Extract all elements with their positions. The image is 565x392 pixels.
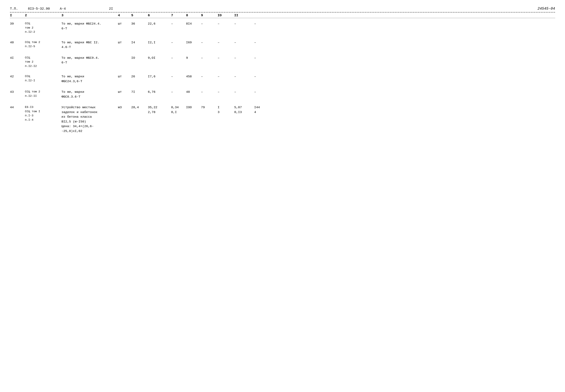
col-header-4: 4 xyxy=(118,14,131,17)
row-qty: 7I xyxy=(131,90,148,94)
table-row: 40 ССЦ том 2 п.I2-5 То же, марки ФБС I2.… xyxy=(10,40,555,50)
row-desc: То же, марки ФБС24.4. 6-Т xyxy=(61,21,118,31)
row-price: I2,I xyxy=(148,40,171,45)
row-col7: – xyxy=(171,40,186,45)
row-price: 9,OI xyxy=(148,56,171,60)
col-header-11: II xyxy=(234,14,254,17)
rows-container: 39 ССЦ том 2 п.I2-2 То же, марки ФБС24.4… xyxy=(10,21,555,133)
row-col9: – xyxy=(201,56,218,60)
row-num: 44 xyxy=(10,105,25,110)
row-unit: шт xyxy=(118,90,131,94)
row-num: 42 xyxy=(10,74,25,79)
row-num: 4I xyxy=(10,56,25,60)
row-unit: шт xyxy=(118,74,131,79)
row-ref: ССЦ том 2 п.I2-II xyxy=(25,90,61,98)
row-num: 39 xyxy=(10,21,25,26)
row-ref: ССЦ том 2 п.I2-2 xyxy=(25,21,61,34)
row-ref: ССЦ п.I2-I xyxy=(25,74,61,83)
row-col9: 79 xyxy=(201,105,218,110)
row-col11: – xyxy=(234,40,254,45)
row-col12: – xyxy=(254,56,268,60)
row-col8: IOO xyxy=(186,105,201,110)
row-price: I7,6 xyxy=(148,74,171,79)
tp-label: Т.П. xyxy=(10,7,18,11)
row-desc: То же, марки ФБС I2. 4.6-Т xyxy=(61,40,118,50)
table-row: 44 Е6-I3 ССЦ том I п.I-3 п.I-4 Устройств… xyxy=(10,105,555,133)
row-col10: – xyxy=(218,56,234,60)
row-ref: ССЦ том 2 п.I2-5 xyxy=(25,40,61,49)
row-desc: То же, марки ФБС8.3.6-Т xyxy=(61,90,118,99)
row-desc: То же, марки ФБС24.3,6-Т xyxy=(61,74,118,84)
col-header-6: 6 xyxy=(148,14,171,17)
row-col9: – xyxy=(201,90,218,94)
row-col11: – xyxy=(234,90,254,94)
row-qty: I4 xyxy=(131,40,148,45)
row-col9: – xyxy=(201,74,218,79)
row-ref: ССЦ том 2 п.I2-I2 xyxy=(25,56,61,68)
row-num: 43 xyxy=(10,90,25,94)
row-col7: – xyxy=(171,21,186,26)
row-desc: То же, марки ФБС9.4. 6-Т xyxy=(61,56,118,65)
column-headers: I 2 3 4 5 6 7 8 9 IO II xyxy=(10,14,555,18)
row-col9: – xyxy=(201,40,218,45)
row-price: 22,6 xyxy=(148,21,171,26)
header-code: 8I3-5-32.90 xyxy=(28,7,50,11)
row-qty: 28,4 xyxy=(131,105,148,110)
row-qty: IO xyxy=(131,56,148,60)
row-num: 40 xyxy=(10,40,25,45)
row-col7: – xyxy=(171,74,186,79)
row-col12: – xyxy=(254,21,268,26)
header-divider xyxy=(10,12,555,13)
row-price: 6,76 xyxy=(148,90,171,94)
col-header-5: 5 xyxy=(131,14,148,17)
row-col11: – xyxy=(234,56,254,60)
row-col10: – xyxy=(218,40,234,45)
table-row: 39 ССЦ том 2 п.I2-2 То же, марки ФБС24.4… xyxy=(10,21,555,34)
col-header-10: IO xyxy=(218,14,234,17)
row-col11: – xyxy=(234,21,254,26)
header-docnum: 24545-04 xyxy=(537,7,555,11)
row-qty: 26 xyxy=(131,74,148,79)
row-col7: – xyxy=(171,56,186,60)
row-col9: – xyxy=(201,21,218,26)
row-price: 35,22 2,78 xyxy=(148,105,171,114)
row-col8: 458 xyxy=(186,74,201,79)
row-ref: Е6-I3 ССЦ том I п.I-3 п.I-4 xyxy=(25,105,61,122)
row-col7: 0,34 0,I xyxy=(171,105,186,114)
row-col12: I44 4 xyxy=(254,105,268,114)
col-header-3: 3 xyxy=(61,14,118,17)
col-header-8: 8 xyxy=(186,14,201,17)
row-col10: – xyxy=(218,21,234,26)
header: Т.П. 8I3-5-32.90 А-4 2I 24545-04 xyxy=(10,7,555,11)
row-col12: – xyxy=(254,90,268,94)
row-qty: 36 xyxy=(131,21,148,26)
row-desc: Устройство местных заделок и набетонок и… xyxy=(61,105,118,133)
row-col11: 5,07 0,I3 xyxy=(234,105,254,114)
row-col8: 9 xyxy=(186,56,201,60)
row-col7: – xyxy=(171,90,186,94)
row-unit: шт xyxy=(118,21,131,26)
col-header-2: 2 xyxy=(25,14,61,17)
header-page: 2I xyxy=(109,7,113,11)
row-col10: – xyxy=(218,90,234,94)
col-header-1: I xyxy=(10,14,25,17)
row-col11: – xyxy=(234,74,254,79)
row-col12: – xyxy=(254,74,268,79)
row-col8: 48 xyxy=(186,90,201,94)
row-col10: – xyxy=(218,74,234,79)
table-row: 4I ССЦ том 2 п.I2-I2 То же, марки ФБС9.4… xyxy=(10,56,555,68)
row-col8: 8I4 xyxy=(186,21,201,26)
row-col8: I69 xyxy=(186,40,201,45)
header-sheet: А-4 xyxy=(60,7,66,11)
row-col10: I 3 xyxy=(218,105,234,114)
table-row: 42 ССЦ п.I2-I То же, марки ФБС24.3,6-Т ш… xyxy=(10,74,555,84)
col-header-7: 7 xyxy=(171,14,186,17)
col-header-9: 9 xyxy=(201,14,218,17)
table-row: 43 ССЦ том 2 п.I2-II То же, марки ФБС8.3… xyxy=(10,90,555,99)
row-unit: шт xyxy=(118,40,131,45)
row-col12: – xyxy=(254,40,268,45)
row-unit: м3 xyxy=(118,105,131,110)
